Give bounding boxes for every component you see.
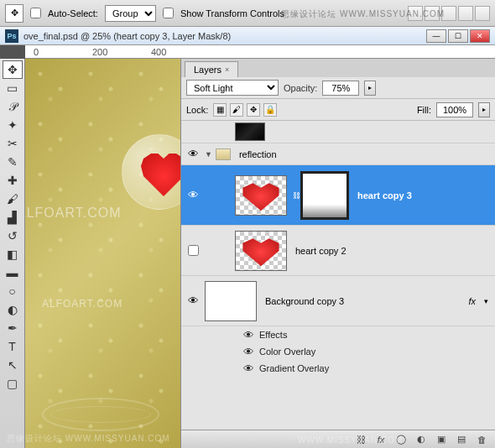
layer-group-reflection[interactable]: 👁 ▼ reflection [181,143,495,165]
canvas-watermark-2: ALFOART.COM [42,298,122,310]
effect-color-overlay[interactable]: 👁 Color Overlay [181,343,495,360]
expand-icon[interactable]: ▼ [205,150,212,159]
effect-gradient-overlay[interactable]: 👁 Gradient Overlay [181,360,495,377]
canvas-ripple [42,398,159,431]
layer-heart-copy-2[interactable]: heart copy 2 [181,226,495,276]
auto-select-label: Auto-Select: [48,8,98,18]
opacity-value[interactable]: 75% [322,81,359,96]
layer-thumbnail[interactable] [235,231,287,271]
lasso-tool[interactable]: 𝒫 [3,97,23,116]
heal-tool[interactable]: ✚ [3,171,23,190]
history-brush-tool[interactable]: ↺ [3,227,23,245]
watermark-bottom-left: 思缘设计论坛 WWW.MISSYUAN.COM [7,433,170,445]
opacity-flyout-icon[interactable]: ▸ [364,81,376,96]
layers-tab[interactable]: Layers× [185,61,238,77]
marquee-tool[interactable]: ▭ [3,79,23,97]
visibility-icon[interactable]: 👁 [243,346,254,358]
crop-tool[interactable]: ✂ [3,134,23,153]
layer-background-copy-3[interactable]: 👁 Background copy 3 fx ▾ [181,276,495,326]
group-name[interactable]: reflection [236,149,495,159]
layer-name[interactable]: Background copy 3 [262,296,468,306]
canvas[interactable]: ALFOART.COM ALFOART.COM [25,59,180,448]
brush-tool[interactable]: 🖌 [3,190,23,208]
opacity-label: Opacity: [284,83,317,93]
adjustment-icon[interactable]: ◐ [414,433,428,446]
new-layer-icon[interactable]: ▤ [455,433,468,446]
close-tab-icon[interactable]: × [225,65,229,74]
dodge-tool[interactable]: ◐ [3,300,23,319]
group-icon[interactable]: ▣ [435,433,448,446]
visibility-icon[interactable]: 👁 [188,148,199,160]
fill-label: Fill: [417,105,431,115]
document-title-bar: Ps ove_final.psd @ 25% (heart copy 3, La… [0,27,495,45]
trash-icon[interactable]: 🗑 [475,433,488,446]
stamp-tool[interactable]: ▟ [3,208,23,227]
layer-thumbnail[interactable] [205,281,257,321]
show-transform-checkbox[interactable] [163,8,174,18]
visibility-icon[interactable]: 👁 [243,362,254,375]
mask-link-icon[interactable]: ⛓ [292,191,300,200]
layer-list: 👁 ▼ reflection 👁 ⛓ heart copy 3 heart co… [181,121,495,430]
lock-pixels-icon[interactable]: 🖌 [230,103,243,117]
lock-all-icon[interactable]: 🔒 [263,103,277,117]
layer-thumbnail[interactable] [235,122,265,141]
show-transform-label: Show Transform Controls [180,8,284,18]
fx-expand-icon[interactable]: ▾ [484,297,488,305]
fx-badge[interactable]: fx [468,296,476,306]
layer-name[interactable]: heart copy 2 [292,246,495,256]
lock-position-icon[interactable]: ✥ [247,103,260,117]
blur-tool[interactable]: ○ [3,282,23,300]
layers-panel: Layers× Soft Light Opacity: 75% ▸ Lock: … [180,59,495,448]
watermark-bottom-right: WWW.MISSYUAN.COM [298,435,403,445]
eyedropper-tool[interactable]: ✎ [3,153,23,171]
maximize-button[interactable]: ☐ [448,29,468,43]
align-btn-4[interactable] [458,6,473,21]
ruler-horizontal: 0 200 400 [25,45,495,59]
auto-select-dropdown[interactable]: Group [105,5,156,22]
pen-tool[interactable]: ✒ [3,319,23,337]
mask-thumbnail[interactable] [300,171,349,220]
watermark-top: 思缘设计论坛 WWW.MISSYUAN.COM [281,8,445,20]
move-tool[interactable]: ✥ [3,60,23,79]
close-button[interactable]: ✕ [470,29,490,43]
eraser-tool[interactable]: ◧ [3,245,23,263]
blend-mode-select[interactable]: Soft Light [186,80,279,96]
fill-value[interactable]: 100% [436,102,473,117]
align-btn-5[interactable] [475,6,490,21]
lock-transparency-icon[interactable]: ▦ [213,103,227,117]
ps-icon: Ps [5,29,18,43]
visibility-checkbox[interactable] [188,245,199,256]
layer-name[interactable]: heart copy 3 [354,190,495,201]
wand-tool[interactable]: ✦ [3,116,23,134]
shape-tool[interactable]: ▢ [3,374,23,393]
folder-icon [216,148,231,160]
fill-flyout-icon[interactable]: ▸ [478,102,490,117]
type-tool[interactable]: T [3,337,23,356]
auto-select-checkbox[interactable] [30,8,41,18]
effects-heading[interactable]: 👁 Effects [181,326,495,343]
document-title: ove_final.psd @ 25% (heart copy 3, Layer… [23,31,421,41]
path-tool[interactable]: ↖ [3,356,23,374]
layer-heart-copy-3[interactable]: 👁 ⛓ heart copy 3 [181,165,495,226]
visibility-icon[interactable]: 👁 [188,294,199,307]
visibility-icon[interactable]: 👁 [243,329,254,341]
layer-row-hidden[interactable] [181,121,495,143]
visibility-icon[interactable]: 👁 [188,189,199,201]
tools-panel: ✥ ▭ 𝒫 ✦ ✂ ✎ ✚ 🖌 ▟ ↺ ◧ ▬ ○ ◐ ✒ T ↖ ▢ [0,59,25,448]
layer-thumbnail[interactable] [235,175,287,216]
minimize-button[interactable]: — [426,29,446,43]
gradient-tool[interactable]: ▬ [3,263,23,282]
lock-label: Lock: [186,105,208,115]
move-tool-icon[interactable]: ✥ [5,4,23,23]
canvas-watermark-1: ALFOART.COM [25,206,122,221]
